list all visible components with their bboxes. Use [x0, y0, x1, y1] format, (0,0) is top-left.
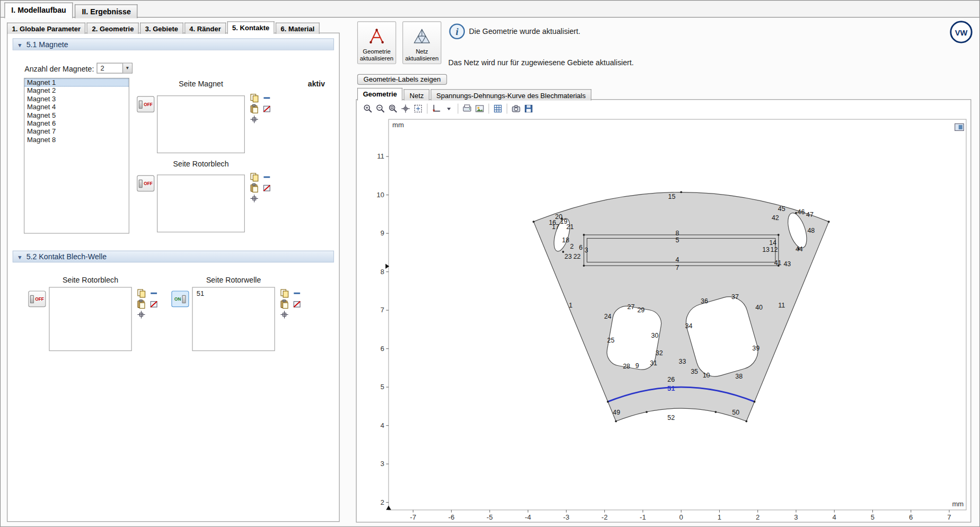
window-tab-i-modellaufbau[interactable]: I. Modellaufbau: [4, 3, 73, 19]
table-button[interactable]: [491, 102, 504, 115]
magnet-list-item[interactable]: Magnet 8: [24, 136, 129, 144]
clear-selection-button[interactable]: [262, 103, 272, 113]
clear-selection-button[interactable]: [262, 183, 272, 193]
zoom-to-selection-button[interactable]: [249, 115, 259, 125]
seite-magnet-selection-tools: [249, 93, 272, 124]
magnet-list-item[interactable]: Magnet 4: [24, 103, 129, 111]
print-icon: [462, 103, 472, 113]
update-mesh-button[interactable]: Netz aktualisieren: [402, 21, 441, 64]
kontakt-rotorwelle-label: Seite Rotorwelle: [192, 276, 275, 285]
clear-selection-button[interactable]: [292, 299, 302, 309]
clear-selection-icon: [292, 299, 302, 309]
zoom-in-button[interactable]: [361, 102, 374, 115]
zoom-out-button[interactable]: [374, 102, 387, 115]
zoom-to-selection-button[interactable]: [249, 194, 259, 204]
magnet-list-item[interactable]: Magnet 1: [24, 78, 129, 86]
edge-number-label: 33: [679, 358, 686, 365]
graphics-tab-netz[interactable]: Netz: [404, 89, 429, 100]
remove-button[interactable]: [292, 288, 302, 298]
zoom-extents-button[interactable]: [412, 102, 425, 115]
section-header-kontakt[interactable]: ▼5.2 Kontakt Blech-Welle: [13, 251, 334, 263]
magnet-count-select[interactable]: 2 ▼: [96, 63, 133, 73]
kontakt-rotorblech-selection-box[interactable]: [49, 287, 131, 351]
chevron-down-icon[interactable]: ▼: [122, 64, 132, 73]
x-tick-label: 0: [679, 513, 683, 521]
plot-legend-toggle-icon[interactable]: [955, 124, 964, 130]
snapshot-button[interactable]: [473, 102, 486, 115]
toolbar-separator: [489, 103, 489, 113]
paste-button[interactable]: [249, 183, 259, 193]
dropdown-caret-button[interactable]: [443, 102, 455, 115]
paste-button[interactable]: [136, 299, 146, 309]
magnet-list-item[interactable]: Magnet 2: [24, 86, 129, 94]
remove-button[interactable]: [262, 93, 272, 103]
seite-rotorblech-column-label: Seite Rotorblech: [157, 160, 245, 169]
remove-button[interactable]: [149, 288, 159, 298]
paste-button[interactable]: [249, 103, 259, 113]
pan-button[interactable]: [399, 102, 412, 115]
copy-button[interactable]: [249, 93, 259, 103]
section-tab-4-ränder[interactable]: 4. Ränder: [184, 23, 226, 34]
edge-number-label: 8: [676, 230, 679, 237]
section-header-magnete[interactable]: ▼5.1 Magnete: [13, 38, 334, 50]
svg-text:i: i: [456, 26, 459, 37]
graphics-tab-spannungs-dehnungs-kurve-des-blechmaterials[interactable]: Spannungs-Dehnungs-Kurve des Blechmateri…: [431, 89, 591, 100]
kontakt-rotorwelle-selection-box[interactable]: 51: [192, 287, 275, 351]
seite-magnet-selection-box[interactable]: [157, 95, 245, 153]
print-button[interactable]: [461, 102, 473, 115]
plot-canvas[interactable]: -7-6-5-4-3-2-101234567234567891011 15201…: [357, 100, 972, 523]
toggle-state-label: OFF: [144, 181, 153, 186]
selected-edge-value[interactable]: 51: [193, 288, 275, 297]
zoom-to-selection-button[interactable]: [279, 310, 289, 320]
camera-button[interactable]: [510, 102, 523, 115]
paste-button[interactable]: [279, 299, 289, 309]
magnet-list[interactable]: Magnet 1Magnet 2Magnet 3Magnet 4Magnet 5…: [24, 78, 129, 234]
section-tab-3-gebiete[interactable]: 3. Gebiete: [140, 23, 183, 34]
edge-number-label: 22: [573, 253, 581, 260]
magnet-list-item[interactable]: Magnet 5: [24, 111, 129, 119]
zoom-box-button[interactable]: [387, 102, 400, 115]
toolbar-separator: [507, 103, 507, 113]
unit-label-bottom: mm: [952, 500, 964, 508]
x-tick-label: 3: [794, 513, 798, 521]
seite-rotorblech-selection-box[interactable]: [157, 174, 245, 232]
copy-button[interactable]: [136, 288, 146, 298]
remove-icon: [262, 172, 272, 182]
remove-button[interactable]: [262, 172, 272, 182]
section-tab-5-kontakte[interactable]: 5. Kontakte: [227, 21, 275, 34]
kontakt-rotorblech-toggle-button[interactable]: OFF: [28, 291, 46, 307]
section-tab-1-globale-parameter[interactable]: 1. Globale Parameter: [7, 23, 86, 34]
pan-icon: [401, 103, 411, 113]
copy-button[interactable]: [249, 172, 259, 182]
axis-orientation-button[interactable]: [430, 102, 443, 115]
edge-number-label: 14: [769, 239, 776, 247]
copy-button[interactable]: [279, 288, 289, 298]
clear-selection-button[interactable]: [149, 299, 159, 309]
y-tick-label: 7: [381, 306, 384, 314]
zoom-box-icon: [388, 103, 398, 113]
seite-magnet-toggle-button[interactable]: OFF: [137, 96, 154, 112]
section-tab-6-material[interactable]: 6. Material: [276, 23, 320, 34]
copy-icon: [136, 288, 146, 298]
camera-icon: [511, 103, 521, 113]
kontakt-rotorwelle-toggle-button[interactable]: ON: [171, 291, 189, 307]
window-tab-ii-ergebnisse[interactable]: II. Ergebnisse: [75, 4, 137, 18]
seite-rotorblech-toggle-button[interactable]: OFF: [137, 175, 154, 191]
edge-number-label: 32: [656, 349, 663, 357]
selected-edge-number-label: 51: [667, 384, 675, 392]
graphics-toolbar: [361, 102, 535, 116]
update-geometry-button[interactable]: Geometrie aktualisieren: [357, 21, 396, 64]
section-tab-2-geometrie[interactable]: 2. Geometrie: [87, 23, 139, 34]
magnet-list-item[interactable]: Magnet 6: [24, 119, 129, 127]
magnet-list-item[interactable]: Magnet 3: [24, 95, 129, 103]
svg-text:VW: VW: [955, 29, 968, 37]
collapse-triangle-icon[interactable]: ▼: [17, 40, 23, 51]
save-button[interactable]: [523, 102, 535, 115]
paste-icon: [249, 103, 259, 113]
show-geometry-labels-button[interactable]: Geometrie-Labels zeigen: [357, 74, 447, 85]
graphics-tab-geometrie[interactable]: Geometrie: [357, 88, 403, 101]
magnet-list-item[interactable]: Magnet 7: [24, 127, 129, 135]
collapse-triangle-icon[interactable]: ▼: [17, 252, 23, 263]
edge-number-label: 1: [569, 302, 572, 309]
zoom-to-selection-button[interactable]: [136, 310, 146, 320]
